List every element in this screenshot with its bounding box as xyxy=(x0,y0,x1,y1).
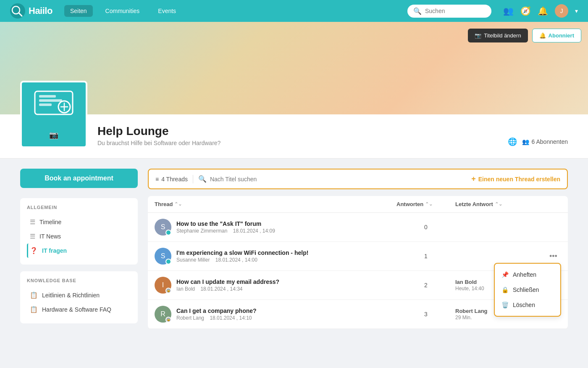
sort-thread-icon[interactable]: ⌃⌄ xyxy=(174,201,182,207)
table-row[interactable]: S I'm experiencing a slow WiFi connectio… xyxy=(148,242,568,271)
thread-replies: 2 xyxy=(396,282,455,289)
dropdown-close[interactable]: 🔒 Schließen xyxy=(495,282,560,297)
logo-icon xyxy=(10,3,25,19)
subscribers-icon: 👥 xyxy=(522,138,529,145)
book-appointment-button[interactable]: Book an appointment xyxy=(20,169,138,188)
nav-communities[interactable]: Communities xyxy=(100,5,146,17)
compass-icon[interactable]: 🧭 xyxy=(520,6,531,16)
plus-icon: + xyxy=(471,175,476,183)
new-thread-button[interactable]: + Einen neuen Thread erstellen xyxy=(471,175,560,183)
lock-badge: 🔒 xyxy=(165,288,171,294)
nav-seiten[interactable]: Seiten xyxy=(64,5,93,17)
logo-camera-icon[interactable]: 📷 xyxy=(49,130,58,140)
threads-count: ≡ 4 Threads xyxy=(155,176,188,183)
toolbar-divider xyxy=(193,175,193,183)
globe-icon: 🌐 xyxy=(508,137,517,146)
trash-icon: 🗑️ xyxy=(501,302,509,308)
svg-rect-3 xyxy=(35,91,73,114)
search-icon: 🔍 xyxy=(198,175,207,183)
community-title: Help Lounge xyxy=(97,124,498,138)
avatar: I 🔒 xyxy=(155,277,171,294)
thread-dropdown-menu: 📌 Anheften 🔒 Schließen 🗑️ Löschen xyxy=(494,263,561,317)
thread-info: How to use the "Ask IT" forum Stephanie … xyxy=(176,220,275,234)
sort-last-reply-icon[interactable]: ⌃⌄ xyxy=(495,201,502,207)
itfragen-icon: ❓ xyxy=(30,247,38,254)
thread-search[interactable]: 🔍 xyxy=(198,175,466,183)
search-bar[interactable]: 🔍 xyxy=(407,5,491,18)
sidebar-item-timeline[interactable]: ☰ Timeline xyxy=(27,215,131,229)
sort-replies-icon[interactable]: ⌃⌄ xyxy=(425,201,433,207)
leitlinien-icon: 📋 xyxy=(30,291,38,299)
thread-actions: ••• 📌 Anheften 🔒 Schließen 🗑️ xyxy=(548,250,561,262)
lock-icon: 🔒 xyxy=(501,286,509,293)
nav-events[interactable]: Events xyxy=(152,5,182,17)
sidebar-section-knowledge: KNOWLEDGE BASE 📋 Leitlinien & Richtlinie… xyxy=(20,271,138,323)
hero-banner: 📷 Titelbild ändern 🔔 Abonniert xyxy=(0,22,588,114)
svg-rect-6 xyxy=(39,103,52,106)
status-dot xyxy=(165,230,171,236)
thread-info: I'm experiencing a slow WiFi connection … xyxy=(176,249,308,263)
filter-icon: ≡ xyxy=(155,176,159,183)
sidebar-section-general: ALLGEMEIN ☰ Timeline ☰ IT News ❓ IT frag… xyxy=(20,198,138,265)
col-thread: Thread ⌃⌄ xyxy=(155,201,396,207)
col-replies: Antworten ⌃⌄ xyxy=(396,201,455,207)
hero-buttons: 📷 Titelbild ändern 🔔 Abonniert xyxy=(468,29,581,42)
itnews-icon: ☰ xyxy=(30,233,35,240)
svg-rect-5 xyxy=(39,99,62,102)
people-icon[interactable]: 👥 xyxy=(503,6,514,16)
avatar: R 🔒 xyxy=(155,306,171,323)
thread-info: Can I get a company phone? Robert Lang 1… xyxy=(176,307,257,321)
thread-replies: 1 xyxy=(396,253,455,259)
sidebar-section-title-knowledge: KNOWLEDGE BASE xyxy=(27,278,131,283)
chevron-down-icon[interactable]: ▾ xyxy=(575,8,578,14)
community-subtitle: Du brauchst Hilfe bei Software oder Hard… xyxy=(97,140,498,146)
timeline-icon: ☰ xyxy=(30,218,35,226)
search-input[interactable] xyxy=(425,8,480,14)
thread-info: How can I update my email address? Ian B… xyxy=(176,278,279,292)
threads-toolbar: ≡ 4 Threads 🔍 + Einen neuen Thread erste… xyxy=(148,169,568,189)
sidebar: Book an appointment ALLGEMEIN ☰ Timeline… xyxy=(20,169,138,330)
thread-search-input[interactable] xyxy=(210,176,466,183)
community-logo-graphic xyxy=(33,89,75,123)
avatar: S xyxy=(155,248,171,265)
bell-icon: 🔔 xyxy=(539,32,546,39)
avatar: S xyxy=(155,219,171,236)
top-navigation: Haiilo Seiten Communities Events 🔍 👥 🧭 🔔… xyxy=(0,0,588,22)
pin-icon: 📌 xyxy=(501,271,509,278)
sidebar-item-leitlinien[interactable]: 📋 Leitlinien & Richtlinien xyxy=(27,288,131,302)
subscribed-button[interactable]: 🔔 Abonniert xyxy=(532,29,581,42)
thread-replies: 3 xyxy=(396,311,455,318)
community-header: 📷 Help Lounge Du brauchst Hilfe bei Soft… xyxy=(0,114,588,159)
table-header: Thread ⌃⌄ Antworten ⌃⌄ Letzte Antwort ⌃⌄ xyxy=(148,196,568,213)
user-avatar[interactable]: J xyxy=(555,4,568,18)
nav-icons: 👥 🧭 🔔 J ▾ xyxy=(503,4,578,18)
community-meta: 🌐 👥 6 Abonnenten xyxy=(508,137,568,148)
thread-cell-main: S I'm experiencing a slow WiFi connectio… xyxy=(155,248,396,265)
hardware-faq-icon: 📋 xyxy=(30,306,38,313)
subscribers-badge: 👥 6 Abonnenten xyxy=(522,138,568,145)
logo-area[interactable]: Haiilo xyxy=(10,3,52,19)
logo-text: Haiilo xyxy=(29,5,52,16)
bell-icon[interactable]: 🔔 xyxy=(538,6,548,16)
sidebar-item-itnews[interactable]: ☰ IT News xyxy=(27,229,131,244)
table-row[interactable]: S How to use the "Ask IT" forum Stephani… xyxy=(148,213,568,242)
dropdown-pin[interactable]: 📌 Anheften xyxy=(495,267,560,282)
status-dot xyxy=(165,259,171,265)
svg-rect-4 xyxy=(39,95,56,98)
sidebar-item-hardware-faq[interactable]: 📋 Hardware & Software FAQ xyxy=(27,302,131,317)
thread-cell-main: R 🔒 Can I get a company phone? Robert La… xyxy=(155,306,396,323)
dropdown-delete[interactable]: 🗑️ Löschen xyxy=(495,297,560,312)
col-last-reply: Letzte Antwort ⌃⌄ xyxy=(455,201,548,207)
community-logo: 📷 xyxy=(20,81,87,148)
threads-table: Thread ⌃⌄ Antworten ⌃⌄ Letzte Antwort ⌃⌄… xyxy=(148,196,568,329)
search-icon: 🔍 xyxy=(413,7,422,15)
change-cover-button[interactable]: 📷 Titelbild ändern xyxy=(468,29,528,42)
thread-cell-main: I 🔒 How can I update my email address? I… xyxy=(155,277,396,294)
community-title-area: Help Lounge Du brauchst Hilfe bei Softwa… xyxy=(97,124,498,148)
camera-icon: 📷 xyxy=(475,32,481,39)
thread-cell-main: S How to use the "Ask IT" forum Stephani… xyxy=(155,219,396,236)
thread-replies: 0 xyxy=(396,224,455,230)
thread-more-button[interactable]: ••• xyxy=(548,250,559,262)
sidebar-item-itfragen[interactable]: ❓ IT fragen xyxy=(27,244,131,258)
sidebar-section-title-general: ALLGEMEIN xyxy=(27,205,131,210)
